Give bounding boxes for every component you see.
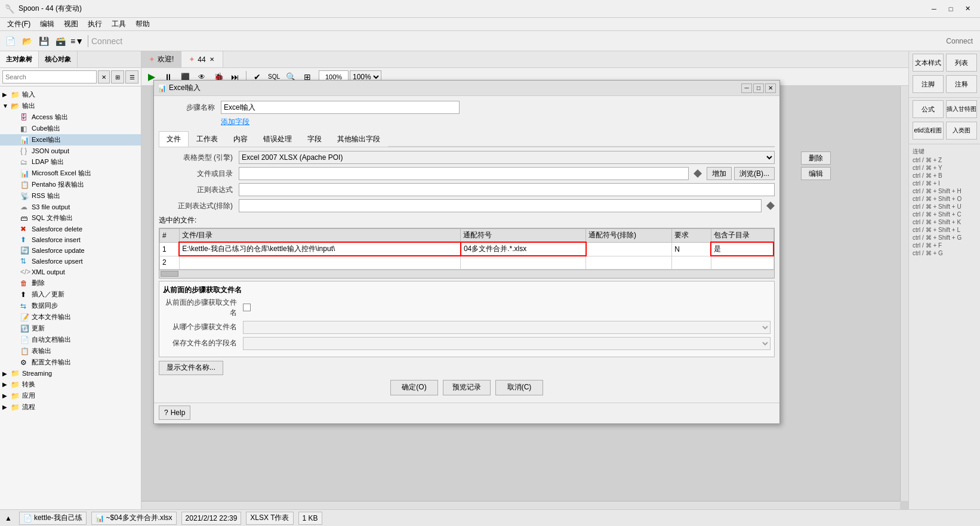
ok-button[interactable]: 确定(O) <box>390 380 438 395</box>
tab-44[interactable]: ✦ 44 ✕ <box>181 51 223 67</box>
layers-button[interactable]: ≡▼ <box>69 33 85 49</box>
dialog-tab-worksheet[interactable]: 工作表 <box>189 131 226 147</box>
search-list-button[interactable]: ☰ <box>125 70 138 83</box>
file-dir-input[interactable] <box>239 167 689 180</box>
tree-output-folder[interactable]: ▼ 📂 输出 <box>0 100 141 112</box>
tree-item-sf-upsert[interactable]: ⇅ Salesforce upsert <box>0 256 141 267</box>
step-name-input[interactable] <box>221 101 460 114</box>
menu-edit[interactable]: 编辑 <box>35 18 59 31</box>
columns-button[interactable]: 列表 <box>946 54 977 72</box>
formula-button[interactable]: 公式 <box>913 100 944 118</box>
status-type[interactable]: XLSX T作表 <box>246 512 293 525</box>
table-scrollbar-h[interactable] <box>159 270 774 278</box>
dialog-tab-file[interactable]: 文件 <box>159 131 189 147</box>
search-clear-button[interactable]: ✕ <box>98 70 110 83</box>
tree-item-sf-insert[interactable]: ⬆ Salesforce insert <box>0 234 141 245</box>
cancel-button[interactable]: 取消(C) <box>495 380 543 395</box>
file-dir-diamond[interactable] <box>694 169 702 178</box>
tree-item-insert-update[interactable]: ⬆ 插入／更新 <box>0 289 141 300</box>
tree-item-ldap[interactable]: 🗂 LDAP 输出 <box>0 156 141 168</box>
browse-button[interactable]: 浏览(B)... <box>734 167 775 180</box>
new-button[interactable]: 📄 <box>2 33 18 49</box>
save-button[interactable]: 💾 <box>36 33 51 49</box>
dialog-tab-other[interactable]: 其他输出字段 <box>329 131 388 147</box>
tree-item-cube[interactable]: ◧ Cube输出 <box>0 123 141 134</box>
tree-item-excel[interactable]: 📊 Excel输出 <box>0 134 141 146</box>
dialog-restore-button[interactable]: □ <box>753 83 764 93</box>
tree-item-xml[interactable]: </> XML output <box>0 267 141 277</box>
menu-tools[interactable]: 工具 <box>107 18 131 31</box>
maximize-button[interactable]: □ <box>943 3 959 15</box>
tree-transform-folder[interactable]: ▶ 📁 转换 <box>0 379 141 390</box>
note-button[interactable]: 注脚 <box>913 75 944 93</box>
delete-row-button[interactable]: 删除 <box>801 151 831 165</box>
tree-item-ms-excel[interactable]: 📊 Microsoft Excel 输出 <box>0 168 141 179</box>
tree-item-json[interactable]: { } JSON output <box>0 146 141 156</box>
menu-view[interactable]: 视图 <box>59 18 83 31</box>
status-file[interactable]: 📄 kettle-我自己练 <box>19 512 87 525</box>
annotation-button[interactable]: 注释 <box>946 75 977 93</box>
tree-streaming-folder[interactable]: ▶ 📁 Streaming <box>0 368 141 379</box>
preview-records-button[interactable]: 预览记录 <box>443 380 491 395</box>
regex-input[interactable] <box>239 183 775 196</box>
tree-item-text-output[interactable]: 📝 文本文件输出 <box>0 311 141 323</box>
show-filenames-button[interactable]: 显示文件名称... <box>159 361 223 375</box>
canvas-scrollbar-v[interactable] <box>900 86 908 501</box>
tree-item-access[interactable]: 🗄 Access 输出 <box>0 112 141 123</box>
tree-item-s3[interactable]: ☁ S3 file output <box>0 202 141 212</box>
tree-input-folder[interactable]: ▶ 📁 输入 <box>0 89 141 100</box>
saveas-button[interactable]: 🗃️ <box>53 33 68 49</box>
help-button[interactable]: ? Help <box>159 406 190 420</box>
minimize-button[interactable]: ─ <box>926 3 942 15</box>
tree-item-sql[interactable]: 🗃 SQL 文件输出 <box>0 212 141 224</box>
tree-item-sf-update[interactable]: 🔄 Salesforce update <box>0 245 141 256</box>
search-input[interactable] <box>2 70 97 83</box>
search-tree-button[interactable]: ⊞ <box>111 70 124 83</box>
regex-exclude-input[interactable] <box>239 199 762 212</box>
tree-item-update[interactable]: 🔃 更新 <box>0 323 141 334</box>
table-row[interactable]: 1 E:\kettle-我自己练习的仓库\kettle输入控件\input\ 0… <box>160 242 774 256</box>
dialog-tab-content[interactable]: 内容 <box>226 131 255 147</box>
tree-item-sf-delete[interactable]: ✖ Salesforce delete <box>0 224 141 234</box>
tree-item-config-output[interactable]: ⚙ 配置文件输出 <box>0 357 141 368</box>
sidebar-tab-main[interactable]: 主对象树 <box>0 51 39 67</box>
tree-item-pentaho[interactable]: 📋 Pentaho 报表输出 <box>0 179 141 190</box>
tree-flow-folder[interactable]: ▶ 📁 流程 <box>0 401 141 413</box>
tab-welcome[interactable]: ✦ 欢迎! <box>141 51 181 67</box>
table-row[interactable]: 2 <box>160 256 774 269</box>
flow-diagram-button[interactable]: etid流程图 <box>913 122 944 140</box>
input-types-button[interactable]: 入类图 <box>946 122 977 140</box>
status-formula[interactable]: 📊 ~$04多文件合并.xlsx <box>91 512 177 525</box>
tree-item-auto-doc[interactable]: 📄 自动文档输出 <box>0 334 141 345</box>
menu-run[interactable]: 执行 <box>83 18 107 31</box>
close-button[interactable]: ✕ <box>960 3 975 15</box>
cell-required-2 <box>672 256 711 269</box>
add-field-link[interactable]: 添加字段 <box>221 117 249 126</box>
status-date[interactable]: 2021/2/12 22:39 <box>181 512 242 525</box>
tree-item-delete[interactable]: 🗑 删除 <box>0 277 141 289</box>
spreadsheet-type-select[interactable]: Excel 2007 XLSX (Apache POI) <box>239 151 775 164</box>
dialog-tab-fields[interactable]: 字段 <box>300 131 329 147</box>
tree-item-rss[interactable]: 📡 RSS 输出 <box>0 190 141 202</box>
menu-help[interactable]: 帮助 <box>131 18 155 31</box>
files-table-scroll[interactable]: # 文件/目录 通配符号 通配符号(排除) 要求 包含子目录 <box>159 228 774 270</box>
sidebar-tab-core[interactable]: 核心对象 <box>39 51 78 67</box>
tab-44-close[interactable]: ✕ <box>208 56 215 63</box>
canvas-scrollbar-h[interactable] <box>141 501 900 509</box>
dialog-close-button[interactable]: ✕ <box>765 83 776 93</box>
open-button[interactable]: 📂 <box>19 33 35 49</box>
text-style-button[interactable]: 文本样式 <box>913 54 944 72</box>
insert-date-button[interactable]: 插入甘特图 <box>946 100 977 118</box>
regex-exclude-diamond[interactable] <box>766 202 775 210</box>
tree-app-folder[interactable]: ▶ 📁 应用 <box>0 390 141 401</box>
status-size[interactable]: 1 KB <box>298 512 322 525</box>
tree-item-table-output[interactable]: 📋 表输出 <box>0 345 141 357</box>
dialog-minimize-button[interactable]: ─ <box>741 83 752 93</box>
add-button[interactable]: 增加 <box>707 167 732 180</box>
tree-item-datasync[interactable]: ⇆ 数据同步 <box>0 300 141 311</box>
edit-row-button[interactable]: 编辑 <box>801 167 831 180</box>
dialog-tab-error[interactable]: 错误处理 <box>255 131 300 147</box>
menu-file[interactable]: 文件(F) <box>2 18 35 31</box>
get-files-checkbox[interactable] <box>243 304 251 311</box>
scrollbar-handle[interactable] <box>161 271 178 277</box>
